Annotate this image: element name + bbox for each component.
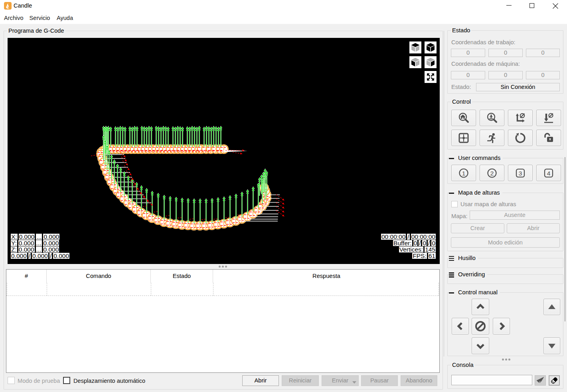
svg-text:2: 2 [490, 169, 494, 176]
svg-text:3: 3 [519, 169, 522, 176]
svg-text:4: 4 [547, 169, 551, 176]
svg-text:1: 1 [462, 169, 466, 176]
